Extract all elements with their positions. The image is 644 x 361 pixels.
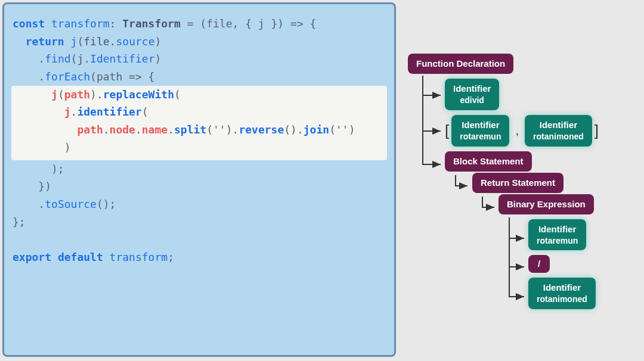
tree-row-params: [ Identifierrotaremun , Identifierrotani…	[445, 115, 638, 147]
code-line-blank	[13, 231, 386, 248]
node-identifier-rotaremun: Identifierrotaremun	[451, 115, 509, 147]
code-line-7: path.node.name.split('').reverse().join(…	[13, 121, 386, 139]
code-line-2: return j(file.source)	[13, 33, 386, 51]
tree-row-bin-op: /	[528, 255, 638, 273]
code-line-12: };	[13, 213, 386, 231]
code-line-10: })	[13, 178, 386, 195]
code-line-8: )	[13, 139, 386, 157]
bracket-close: ]	[595, 122, 599, 140]
code-line-4: .forEach(path => {	[13, 68, 386, 86]
tree-row-block: Block Statement	[445, 151, 638, 172]
code-line-11: .toSource();	[13, 195, 386, 213]
tree-row-binary: Binary Expression	[499, 194, 638, 214]
tree-row-func-decl: Function Declaration	[408, 54, 638, 74]
code-line-5: j(path).replaceWith(	[13, 86, 386, 104]
ast-tree-panel: Function Declaration Identifieredivid [ …	[396, 0, 644, 361]
node-block-statement: Block Statement	[445, 151, 532, 172]
bracket-open: [	[445, 122, 449, 140]
tree-row-identifier-edivid: Identifieredivid	[445, 79, 638, 110]
tree-row-return: Return Statement	[472, 173, 638, 193]
node-identifier-rotanimoned: Identifierrotanimoned	[525, 115, 592, 147]
code-line-1: const transform: Transform = (file, { j …	[13, 15, 386, 33]
node-identifier-rotaremun-2: Identifierrotaremun	[528, 219, 586, 251]
highlighted-code: j(path).replaceWith( j.identifier( path.…	[11, 86, 387, 160]
code-line-13: export default transform;	[13, 248, 386, 266]
code-panel: const transform: Transform = (file, { j …	[2, 2, 396, 357]
node-identifier-rotanimoned-2: Identifierrotanimoned	[528, 278, 596, 309]
code-line-6: j.identifier(	[13, 103, 386, 121]
code-line-9: );	[13, 160, 386, 178]
tree-row-bin-right: Identifierrotanimoned	[528, 278, 638, 309]
node-binary-expression: Binary Expression	[499, 194, 594, 214]
node-return-statement: Return Statement	[472, 173, 564, 193]
code-line-3: .find(j.Identifier)	[13, 50, 386, 68]
node-operator-divide: /	[528, 255, 550, 273]
node-identifier-edivid: Identifieredivid	[445, 79, 499, 110]
comma: ,	[515, 124, 519, 138]
tree-row-bin-left: Identifierrotaremun	[528, 219, 638, 251]
node-function-declaration: Function Declaration	[408, 54, 513, 74]
